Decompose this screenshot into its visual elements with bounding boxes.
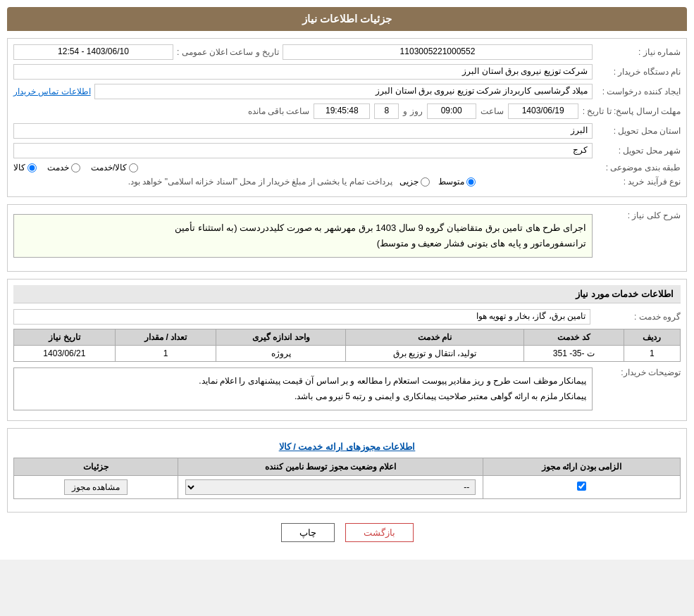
page-title: جزئیات اطلاعات نیاز [7,7,687,31]
cell-row-num: 1 [624,346,680,362]
category-radio-kala-khedmat[interactable] [129,163,138,172]
cell-permit-required [483,476,681,499]
creator-value: میلاد گرشاسبی کاربرداز شرکت توزیع نیروی … [94,84,593,99]
deadline-time-label: ساعت [481,106,504,116]
table-row: 1 ت -35- 351 تولید، انتقال و توزیع برق پ… [14,346,681,362]
service-group-value: تامین برق، گاز، بخار و تهویه هوا [13,309,590,325]
deadline-remaining-label: ساعت باقی مانده [248,106,310,116]
permit-table: الزامی بودن ارائه مجوز اعلام وضعیت مجوز … [13,458,681,499]
col-unit: واحد اندازه گیری [216,329,346,346]
permit-table-row: -- مشاهده مجوز [14,476,681,499]
category-label-kala: کالا [13,163,25,172]
description-line2: ترانسفورماتور و پایه های بتونی فشار ضعیف… [20,236,586,251]
deadline-time-value: 09:00 [427,103,476,119]
buyer-name-label: نام دستگاه خریدار : [596,67,681,77]
city-label: شهر محل تحویل : [596,146,681,156]
process-label: نوع فرآیند خرید : [596,177,681,187]
deadline-days-value: 8 [374,103,399,119]
province-value: البرز [13,123,593,139]
cell-quantity: 1 [115,346,216,362]
description-line1: اجرای طرح های تامین برق متقاضیان گروه 9 … [20,220,586,236]
category-radio-kala[interactable] [27,163,37,172]
category-option-kala[interactable]: کالا [13,163,37,172]
buyer-notes-text: پیمانکار موظف است طرح و ریز مقادیر پیوست… [13,367,593,410]
col-permit-required: الزامی بودن ارائه مجوز [483,458,681,476]
need-number-value: 1103005221000552 [283,44,593,60]
need-number-label: شماره نیاز : [596,47,681,57]
col-service-name: نام خدمت [346,329,523,346]
process-radio-group: متوسط جزیی [399,177,589,187]
service-table: ردیف کد خدمت نام خدمت واحد اندازه گیری ت… [13,329,681,362]
cell-service-name: تولید، انتقال و توزیع برق [346,346,523,362]
col-row-num: ردیف [624,329,680,346]
deadline-days-label: روز و [403,106,422,116]
announcement-date-value: 1403/06/10 - 12:54 [13,44,173,60]
announcement-date-label: تاریخ و ساعت اعلان عمومی : [177,47,279,57]
category-option-kala-khedmat[interactable]: کالا/خدمت [91,163,138,172]
permit-status-dropdown[interactable]: -- [185,479,476,495]
category-radio-khedmat[interactable] [71,163,80,172]
process-label-motavaset: متوسط [438,177,464,187]
deadline-date-value: 1403/06/19 [508,103,578,119]
print-button[interactable]: چاپ [281,523,335,542]
service-section-title: اطلاعات خدمات مورد نیاز [13,285,681,303]
city-value: کرج [13,143,593,158]
cell-unit: پروژه [216,346,346,362]
cell-need-date: 1403/06/21 [14,346,116,362]
col-quantity: تعداد / مقدار [115,329,216,346]
buyer-name-value: شرکت توزیع نیروی برق استان البرز [13,64,593,80]
deadline-label: مهلت ارسال پاسخ: تا تاریخ : [583,106,681,116]
cell-permit-status: -- [178,476,483,499]
service-group-label: گروه خدمت : [596,312,681,322]
col-permit-details: جزئیات [14,458,178,476]
buyer-notes-line1: پیمانکار موظف است طرح و ریز مقادیر پیوست… [20,374,586,389]
deadline-remaining-value: 19:45:48 [314,103,370,119]
process-option-motavaset[interactable]: متوسط [438,177,476,187]
process-radio-jozee[interactable] [421,177,430,187]
description-label: شرح کلی نیاز : [596,210,681,220]
process-radio-motavaset[interactable] [466,177,476,187]
col-service-code: کد خدمت [523,329,624,346]
contact-link[interactable]: اطلاعات تماس خریدار [13,87,91,96]
category-label-khedmat: خدمت [47,163,69,172]
back-button[interactable]: بازگشت [345,523,414,542]
buyer-notes-label: توضیحات خریدار: [596,367,681,377]
cell-permit-details: مشاهده مجوز [14,476,178,499]
process-label-jozee: جزیی [399,177,419,187]
permit-required-checkbox[interactable] [577,482,586,491]
description-text: اجرای طرح های تامین برق متقاضیان گروه 9 … [13,214,593,258]
col-permit-status: اعلام وضعیت مجوز توسط نامین کننده [178,458,483,476]
process-note: پرداخت تمام یا بخشی از مبلغ خریدار از مح… [13,177,392,187]
permits-section-title[interactable]: اطلاعات مجوزهای ارائه خدمت / کالا [13,441,681,452]
view-permit-button[interactable]: مشاهده مجوز [64,479,128,495]
category-label: طبقه بندی موضوعی : [596,163,681,172]
creator-label: ایجاد کننده درخواست : [596,87,681,96]
process-option-jozee[interactable]: جزیی [399,177,430,187]
col-need-date: تاریخ نیاز [14,329,116,346]
category-label-kala-khedmat: کالا/خدمت [91,163,127,172]
footer-buttons: بازگشت چاپ [7,523,687,542]
category-radio-group: کالا/خدمت خدمت کالا [13,163,589,172]
province-label: استان محل تحویل : [596,126,681,136]
cell-service-code: ت -35- 351 [523,346,624,362]
buyer-notes-line2: پیمانکار ملزم به ارائه گواهی معتبر صلاحی… [20,389,586,405]
category-option-khedmat[interactable]: خدمت [47,163,80,172]
